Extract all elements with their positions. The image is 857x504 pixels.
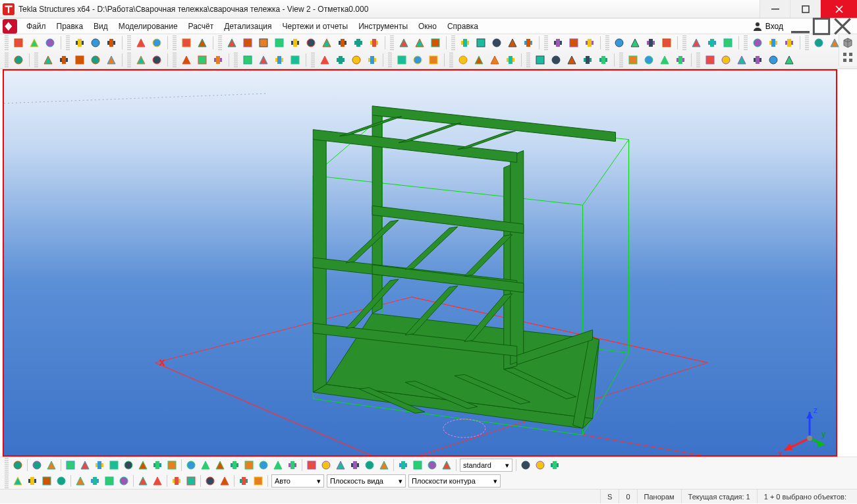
tb1-poly-icon[interactable] bbox=[256, 36, 271, 50]
tb2-n7-icon[interactable] bbox=[719, 53, 733, 67]
btb1-b7-icon[interactable] bbox=[165, 459, 179, 472]
btb1-b8-icon[interactable] bbox=[184, 459, 198, 472]
btb2-c6-icon[interactable] bbox=[88, 474, 101, 488]
btb1-b17-icon[interactable] bbox=[319, 459, 333, 472]
tb1-print-icon[interactable] bbox=[88, 36, 103, 50]
menu-вид[interactable]: Вид bbox=[88, 20, 113, 33]
btb2-c9-icon[interactable] bbox=[136, 474, 150, 488]
tb1-undo-icon[interactable] bbox=[179, 36, 194, 50]
contour-combo[interactable]: Плоскости контура▾ bbox=[408, 474, 501, 488]
tb1-new-icon[interactable] bbox=[11, 36, 26, 50]
menu-справка[interactable]: Справка bbox=[442, 20, 484, 33]
app-restore-button[interactable] bbox=[812, 20, 831, 33]
tb1-open-icon[interactable] bbox=[27, 36, 41, 50]
btb1-b19-icon[interactable] bbox=[348, 459, 362, 472]
btb2-c4-icon[interactable] bbox=[55, 474, 68, 488]
btb2-c8-icon[interactable] bbox=[117, 474, 130, 488]
snap-standard-combo[interactable]: standard▾ bbox=[460, 459, 512, 472]
tb1-msquare-icon[interactable] bbox=[225, 36, 239, 50]
menu-моделирование[interactable]: Моделирование bbox=[113, 20, 183, 33]
btb1-b23-icon[interactable] bbox=[411, 459, 424, 472]
login-button[interactable]: Вход bbox=[747, 21, 788, 32]
btb2-c3-icon[interactable] bbox=[40, 474, 53, 488]
btb1-b22-icon[interactable] bbox=[397, 459, 410, 472]
btb1-del-icon[interactable] bbox=[64, 459, 77, 472]
tb1-sel1-icon[interactable] bbox=[458, 36, 472, 50]
tb2-n4-icon[interactable] bbox=[657, 53, 672, 67]
3d-viewport[interactable]: x bbox=[3, 69, 837, 457]
btb2-c12-icon[interactable] bbox=[184, 474, 198, 488]
btb1-b16-icon[interactable] bbox=[305, 459, 318, 472]
btb1-b4-icon[interactable] bbox=[122, 459, 135, 472]
menu-правка[interactable]: Правка bbox=[51, 20, 89, 33]
tb2-dot-icon[interactable] bbox=[410, 53, 425, 67]
tb1-measure-icon[interactable] bbox=[689, 36, 704, 50]
tb2-n6-icon[interactable] bbox=[703, 53, 717, 67]
btb2-c15-icon[interactable] bbox=[237, 474, 250, 488]
app-close-button[interactable] bbox=[833, 20, 852, 33]
tb2-conn2-icon[interactable] bbox=[179, 53, 194, 67]
tb1-tool1-icon[interactable] bbox=[812, 36, 826, 50]
tb1-db3-icon[interactable] bbox=[750, 36, 765, 50]
btb1-b24-icon[interactable] bbox=[426, 459, 439, 472]
tb2-n11-icon[interactable] bbox=[782, 53, 796, 67]
tb1-gridadd-icon[interactable] bbox=[582, 36, 597, 50]
tb2-s3-icon[interactable] bbox=[288, 53, 302, 67]
minimize-button[interactable] bbox=[760, 0, 790, 18]
tb1-db1-icon[interactable] bbox=[705, 36, 719, 50]
menu-окно[interactable]: Окно bbox=[413, 20, 442, 33]
tb1-pt1-icon[interactable] bbox=[612, 36, 626, 50]
btb2-c13-icon[interactable] bbox=[204, 474, 217, 488]
btb1-b12-icon[interactable] bbox=[242, 459, 256, 472]
btb1-b18-icon[interactable] bbox=[334, 459, 347, 472]
tb1-rect-icon[interactable] bbox=[272, 36, 287, 50]
tb2-cube-icon[interactable] bbox=[11, 53, 26, 67]
tb1-sel4-icon[interactable] bbox=[505, 36, 520, 50]
tb1-selall-icon[interactable] bbox=[521, 36, 536, 50]
btb2-c10-icon[interactable] bbox=[151, 474, 164, 488]
tb2-ptline-icon[interactable] bbox=[426, 53, 441, 67]
menu-детализация[interactable]: Детализация bbox=[219, 20, 277, 33]
btb1-b1-icon[interactable] bbox=[78, 459, 92, 472]
btb1-add-icon[interactable] bbox=[45, 459, 58, 472]
tb1-properties-icon[interactable] bbox=[104, 36, 119, 50]
tb2-j4-icon[interactable] bbox=[565, 53, 579, 67]
tb1-clip-icon[interactable] bbox=[428, 36, 443, 50]
tb2-beam3-icon[interactable] bbox=[72, 53, 87, 67]
tb1-cut-icon[interactable] bbox=[319, 36, 334, 50]
btb1-b10-icon[interactable] bbox=[213, 459, 227, 472]
tb2-conn1-icon[interactable] bbox=[150, 53, 164, 67]
tb2-j3-icon[interactable] bbox=[549, 53, 563, 67]
tb2-n9-icon[interactable] bbox=[750, 53, 765, 67]
tb1-marrow-icon[interactable] bbox=[240, 36, 255, 50]
btb2-c16-icon[interactable] bbox=[252, 474, 265, 488]
btb1-eye-icon[interactable] bbox=[519, 459, 532, 472]
btb1-lock-icon[interactable] bbox=[548, 459, 561, 472]
tb2-n2-icon[interactable] bbox=[626, 53, 640, 67]
btb1-b6-icon[interactable] bbox=[151, 459, 164, 472]
btb2-c5-icon[interactable] bbox=[74, 474, 87, 488]
btb1-b2-icon[interactable] bbox=[93, 459, 106, 472]
tb1-user-icon[interactable] bbox=[782, 36, 796, 50]
tb2-beam2-icon[interactable] bbox=[57, 53, 71, 67]
tb1-copy-icon[interactable] bbox=[304, 36, 318, 50]
tb2-arc-icon[interactable] bbox=[318, 53, 332, 67]
side-grid-icon[interactable] bbox=[841, 51, 855, 63]
tb1-db2-icon[interactable] bbox=[721, 36, 735, 50]
tb2-j5-icon[interactable] bbox=[580, 53, 595, 67]
menu-чертежи и отчеты[interactable]: Чертежи и отчеты bbox=[277, 20, 354, 33]
btb1-b14-icon[interactable] bbox=[271, 459, 285, 472]
btb1-b13-icon[interactable] bbox=[257, 459, 270, 472]
tb1-pt2-icon[interactable] bbox=[628, 36, 642, 50]
maximize-button[interactable] bbox=[790, 0, 820, 18]
tb2-n5-icon[interactable] bbox=[673, 53, 688, 67]
btb1-b3-icon[interactable] bbox=[107, 459, 121, 472]
tb1-catalog-icon[interactable] bbox=[150, 36, 164, 50]
tb2-beam1-icon[interactable] bbox=[41, 53, 55, 67]
tb2-pad-icon[interactable] bbox=[211, 53, 225, 67]
tb2-star-icon[interactable] bbox=[472, 53, 486, 67]
tb2-n3-icon[interactable] bbox=[642, 53, 656, 67]
tb1-shapes-icon[interactable] bbox=[412, 36, 427, 50]
tb1-paste2-icon[interactable] bbox=[351, 36, 366, 50]
tb2-cut1-icon[interactable] bbox=[365, 53, 379, 67]
